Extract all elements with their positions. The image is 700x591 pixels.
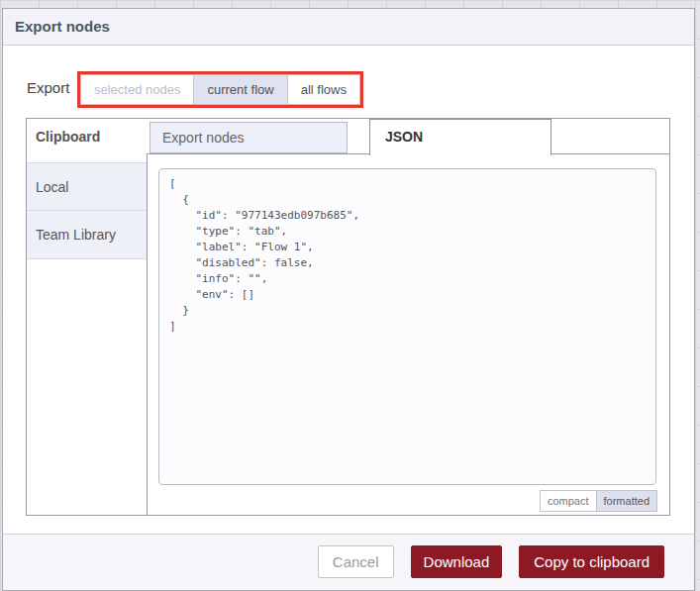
format-formatted-button[interactable]: formatted — [596, 490, 657, 512]
export-scope-current-flow-button[interactable]: current flow — [194, 75, 287, 104]
export-scope-label: Export — [27, 79, 69, 96]
library-source-header: Clipboard — [27, 119, 147, 154]
download-button[interactable]: Download — [411, 545, 503, 578]
export-scope-all-flows-button[interactable]: all flows — [288, 75, 359, 104]
cancel-button[interactable]: Cancel — [318, 545, 394, 578]
tab-export-nodes[interactable]: Export nodes — [150, 122, 348, 153]
format-compact-button[interactable]: compact — [540, 490, 596, 512]
dialog-title: Export nodes — [3, 9, 694, 46]
export-json-textarea[interactable]: [ { "id": "977143edb097b685", "type": "t… — [158, 168, 656, 485]
export-nodes-dialog: Export nodes Export selected nodes curre… — [2, 8, 695, 591]
dialog-footer: Cancel Download Copy to clipboard — [3, 534, 694, 590]
copy-to-clipboard-button[interactable]: Copy to clipboard — [519, 545, 664, 578]
export-scope-selected-nodes-button[interactable]: selected nodes — [81, 75, 194, 104]
annotation-highlight-box: selected nodes current flow all flows — [77, 71, 363, 108]
export-scope-button-group: selected nodes current flow all flows — [80, 74, 360, 105]
sidebar-content-divider — [147, 154, 148, 515]
json-format-toggle: compact formatted — [540, 490, 657, 512]
node-red-workspace: { "window": { "title": "Export nodes" },… — [0, 0, 700, 591]
library-panel: Clipboard Export nodes JSON Local Team L… — [26, 118, 670, 516]
sidebar-item-team-library[interactable]: Team Library — [27, 211, 147, 259]
tab-json[interactable]: JSON — [369, 119, 551, 155]
export-json-content: [ { "id": "977143edb097b685", "type": "t… — [169, 176, 646, 335]
sidebar-item-local[interactable]: Local — [27, 162, 147, 211]
